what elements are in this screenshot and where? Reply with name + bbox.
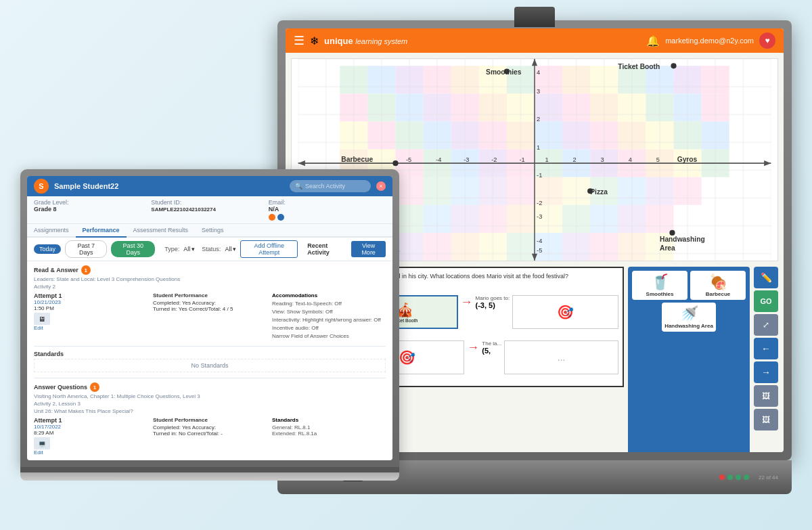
sb-choice-smoothies[interactable]: 🥤 Smoothies [632,271,687,300]
tray-dot-green2 [736,474,741,480]
svg-text:2: 2 [537,116,540,123]
svg-text:Gyros: Gyros [677,156,698,163]
filter-past7[interactable]: Past 7 Days [65,240,107,258]
img-button-2[interactable]: 🖼 [754,409,778,430]
section-standards: Standards No Standards [34,351,386,372]
laptop-app-title: Sample Student22 [54,182,118,190]
tray-dot-red [719,474,725,480]
laptop-search-bar[interactable]: 🔍 Search Activity [290,180,371,192]
img-button-1[interactable]: 🖼 [754,385,778,407]
answer-q-sub3: Unit 26: What Makes This Place Special? [34,408,386,414]
attempt-standards-2: Standards General: RL.8.1 Extended: RL.8… [272,417,386,456]
svg-point-130 [669,230,675,236]
filter-past30[interactable]: Past 30 Days [111,241,155,257]
pencil-button[interactable]: ✏️ [754,267,778,288]
attempt-accomm-1: Accommodations Reading: Text-to-Speech: … [272,292,386,340]
svg-text:-2: -2 [537,200,542,206]
tray-indicators [719,474,749,480]
sb-step5-image: ... [504,340,618,374]
notif-orange [269,214,275,221]
recent-activity-label: Recent Activity [307,242,347,256]
sb-choice-barbecue[interactable]: 🍖 Barbecue [690,271,746,300]
status-dropdown[interactable]: All ▾ [225,246,236,252]
move-button[interactable]: ⤢ [754,314,778,336]
laptop-close-button[interactable]: × [376,181,386,191]
type-dropdown[interactable]: All ▾ [183,246,195,252]
laptop-tabs: Assignments Performance Assessment Resul… [27,224,392,238]
svg-text:Ticket Booth: Ticket Booth [618,63,660,70]
attempt-grid-2: Attempt 1 10/17/2022 8:29 AM 💻 Edit Stud… [34,417,386,456]
section-title-standards: Standards [34,351,386,357]
laptop-hinge [20,467,399,472]
menu-icon[interactable]: ☰ [294,33,304,48]
back-button[interactable]: ← [754,338,778,359]
sb-arrow2: → [467,340,479,355]
svg-text:2: 2 [573,156,577,163]
sb-choices-grid: 🥤 Smoothies 🍖 Barbecue [632,271,746,300]
sb-side-buttons: ✏️ GO ⤢ ← → 🖼 🖼 [754,267,778,452]
laptop-filter-row: Today Past 7 Days Past 30 Days Type: All… [27,238,392,261]
sb-heart-icon: ♥ [759,32,775,49]
notif-blue [277,214,284,221]
sb-arrow1: → [461,295,473,309]
attempt-perf-1: Student Performance Completed: Yes Accur… [153,292,267,340]
svg-text:-4: -4 [436,156,441,163]
sb-snowflake-icon: ❄ [310,35,319,47]
laptop-info-bar: Grade Level: Grade 8 Student ID: SAMPLE2… [27,196,392,224]
no-standards: No Standards [34,359,386,372]
sb-bell-icon[interactable]: 🔔 [646,35,660,47]
svg-text:-5: -5 [537,247,542,254]
svg-text:4: 4 [537,69,540,76]
svg-text:-3: -3 [464,156,469,163]
laptop-logo: S [34,179,49,194]
laptop-screen: S Sample Student22 🔍 Search Activity × G… [20,169,399,467]
forward-button[interactable]: → [754,361,778,383]
svg-text:-1: -1 [537,172,542,179]
laptop-bottom [20,472,399,481]
sb-step2-image: 🎯 [512,295,618,329]
read-answer-subtitle: Leaders: State and Local: Level 3 Compre… [34,276,386,282]
status-label: Status: [202,246,221,252]
section-title-answer-q: Answer Questions 1 [34,382,386,392]
sb-logo: unique learning system [324,36,407,46]
svg-text:-5: -5 [406,156,411,163]
info-student-id: Student ID: SAMPLE22102421032274 [151,199,268,221]
filter-today[interactable]: Today [34,244,61,254]
tab-settings[interactable]: Settings [195,224,231,238]
attempt-perf-2: Student Performance Completed: Yes Accur… [153,417,267,456]
section-badge-answer: 1 [90,382,99,392]
laptop-content: Read & Answer 1 Leaders: State and Local… [27,261,392,458]
section-answer-questions: Answer Questions 1 Visiting North Americ… [34,382,386,456]
svg-text:Smoothies: Smoothies [486,68,522,76]
svg-text:5: 5 [656,156,660,163]
section-read-answer: Read & Answer 1 Leaders: State and Local… [34,265,386,340]
answer-q-sub2: Activity 2, Lesson 3 [34,401,386,407]
svg-text:-1: -1 [519,156,524,163]
sb-user-area: 🔔 marketing.demo@n2y.com ♥ [646,32,775,49]
svg-point-132 [587,188,593,194]
add-offline-button[interactable]: Add Offline Attempt [240,240,298,258]
view-more-button[interactable]: View More [351,241,386,257]
sb-choices-panel: 🥤 Smoothies 🍖 Barbecue 🚿 [628,267,750,452]
tab-assessment-results[interactable]: Assessment Results [127,224,196,238]
attempt-grid-1: Attempt 1 10/21/2023 1:50 PM 🖥 Edit Stud… [34,292,386,340]
tray-dot-green [727,474,733,480]
go-button[interactable]: GO [754,290,778,312]
edit-link-1[interactable]: Edit [34,325,148,331]
sb-step5: The la... (5, [482,340,501,355]
accomm-list: Reading: Text-to-Speech: Off View: Show … [272,300,386,340]
tab-performance[interactable]: Performance [76,224,127,238]
section-badge-read: 1 [81,265,91,275]
svg-point-123 [671,63,676,68]
svg-text:1: 1 [537,144,540,151]
svg-text:3: 3 [537,88,540,95]
edit-link-2[interactable]: Edit [34,449,148,456]
attempt-col-2: Attempt 1 10/17/2022 8:29 AM 💻 Edit [34,417,148,456]
scene: ☰ ❄ unique learning system 🔔 marketing.d… [0,0,812,530]
smartboard-stand [514,7,555,27]
sb-topbar: ☰ ❄ unique learning system 🔔 marketing.d… [286,28,784,53]
svg-text:1: 1 [545,156,548,163]
info-email: Email: N/A [269,199,386,221]
tab-assignments[interactable]: Assignments [27,224,76,238]
sb-choice-handwashing[interactable]: 🚿 Handwashing Area [662,303,716,332]
